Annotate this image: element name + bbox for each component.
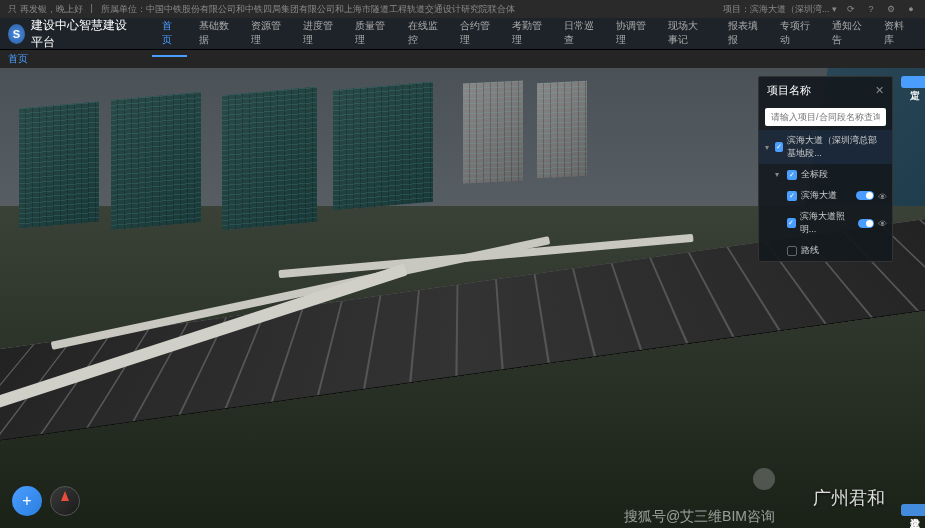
nav-notice[interactable]: 通知公告 [822,11,872,57]
project-panel: 项目名称 ✕ ▾ ✓ 滨海大道（深圳湾总部基地段... ▾ ✓ 全标段 ✓ 滨海… [758,76,893,262]
compass-icon[interactable] [50,486,80,516]
main-nav: S 建设中心智慧建设平台 首页 基础数据 资源管理 进度管理 质量管理 在线监控… [0,18,925,50]
checkbox-icon[interactable]: ✓ [787,191,797,201]
breadcrumb-home[interactable]: 首页 [8,52,28,66]
nav-quality[interactable]: 质量管理 [345,11,395,57]
collapse-icon[interactable]: ▾ [775,170,783,179]
collapse-icon[interactable]: ▾ [765,143,771,152]
side-tab-layout[interactable]: 定置 [901,76,925,88]
user-greeting: 只 再发银，晚上好 [8,3,83,16]
layer-item[interactable]: ✓ 滨海大道 👁 [759,185,892,206]
nav-home[interactable]: 首页 [152,11,187,57]
nav-progress[interactable]: 进度管理 [293,11,343,57]
project-search-input[interactable] [765,108,886,126]
checkbox-icon[interactable]: ✓ [787,170,797,180]
nav-resource[interactable]: 资源管理 [241,11,291,57]
watermark-sub: 搜狐号@艾三维BIM咨询 [624,508,775,526]
watermark-main: 广州君和 [813,486,885,510]
eye-icon[interactable]: 👁 [878,192,886,200]
panel-title: 项目名称 [767,83,811,98]
layer-item[interactable]: ✓ 滨海大道照明... 👁 [759,206,892,240]
nav-monitor[interactable]: 在线监控 [398,11,448,57]
add-button[interactable]: + [12,486,42,516]
nav-coord[interactable]: 协调管理 [606,11,656,57]
section-all[interactable]: ▾ ✓ 全标段 [759,164,892,185]
nav-basic-data[interactable]: 基础数据 [189,11,239,57]
nav-patrol[interactable]: 日常巡查 [554,11,604,57]
eye-icon[interactable]: 👁 [878,219,886,227]
nav-special[interactable]: 专项行动 [770,11,820,57]
app-logo[interactable]: S [8,24,25,44]
app-title: 建设中心智慧建设平台 [31,17,132,51]
3d-viewport[interactable]: 项目名称 ✕ ▾ ✓ 滨海大道（深圳湾总部基地段... ▾ ✓ 全标段 ✓ 滨海… [0,68,925,528]
close-icon[interactable]: ✕ [875,84,884,97]
toggle-switch[interactable] [856,191,874,200]
project-main-item[interactable]: ▾ ✓ 滨海大道（深圳湾总部基地段... [759,130,892,164]
nav-reports[interactable]: 报表填报 [718,11,768,57]
checkbox-icon[interactable]: ✓ [787,218,796,228]
wechat-icon [753,468,775,490]
nav-events[interactable]: 现场大事记 [658,11,716,57]
side-tab-hologram[interactable]: 建设全息 [901,504,925,516]
checkbox-icon[interactable] [787,246,797,256]
nav-items: 首页 基础数据 资源管理 进度管理 质量管理 在线监控 合约管理 考勤管理 日常… [152,11,917,57]
nav-contract[interactable]: 合约管理 [450,11,500,57]
checkbox-icon[interactable]: ✓ [775,142,783,152]
toggle-switch[interactable] [858,219,874,228]
nav-archive[interactable]: 资料库 [874,11,917,57]
nav-attendance[interactable]: 考勤管理 [502,11,552,57]
layer-item[interactable]: 路线 [759,240,892,261]
